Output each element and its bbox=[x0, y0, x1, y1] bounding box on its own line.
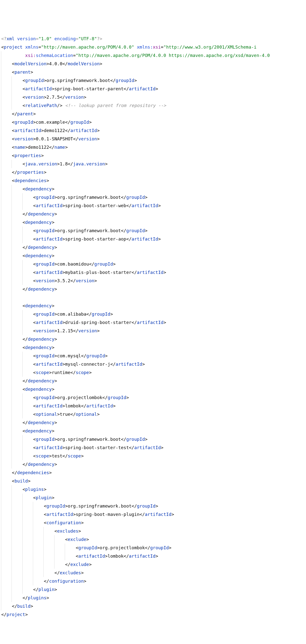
code-line: <build> bbox=[1, 477, 305, 485]
code-line: <version>1.2.15</version> bbox=[1, 327, 305, 335]
code-line: <properties> bbox=[1, 152, 305, 160]
code-line: <groupId>org.projectlombok</groupId> bbox=[1, 544, 305, 552]
code-line: <dependency> bbox=[1, 185, 305, 193]
code-line: <groupId>org.springframework.boot</group… bbox=[1, 502, 305, 510]
code-line: <dependency> bbox=[1, 218, 305, 226]
code-line: <configuration> bbox=[1, 518, 305, 527]
code-line: </dependency> bbox=[1, 335, 305, 343]
code-line: <project xmlns="http://maven.apache.org/… bbox=[1, 43, 305, 51]
code-line: </dependency> bbox=[1, 243, 305, 252]
code-line: <groupId>com.mysql</groupId> bbox=[1, 352, 305, 360]
code-line: </dependencies> bbox=[1, 468, 305, 477]
code-line bbox=[1, 293, 305, 302]
code-line: <dependency> bbox=[1, 427, 305, 435]
code-line: </dependency> bbox=[1, 377, 305, 385]
code-line: <groupId>org.projectlombok</groupId> bbox=[1, 394, 305, 402]
code-line: <artifactId>mybatis-plus-boot-starter</a… bbox=[1, 268, 305, 276]
code-line: <optional>true</optional> bbox=[1, 410, 305, 418]
code-line: <dependency> bbox=[1, 252, 305, 260]
code-line: <plugins> bbox=[1, 485, 305, 494]
code-line: </configuration> bbox=[1, 577, 305, 585]
code-line: </build> bbox=[1, 602, 305, 610]
code-line: <parent> bbox=[1, 68, 305, 76]
code-line: <groupId>org.springframework.boot</group… bbox=[1, 435, 305, 444]
code-line: <scope>test</scope> bbox=[1, 452, 305, 460]
code-line: </excludes> bbox=[1, 569, 305, 577]
code-line: </dependency> bbox=[1, 418, 305, 427]
code-line: <artifactId>mysql-connector-j</artifactI… bbox=[1, 360, 305, 368]
code-line: <artifactId>spring-boot-starter-test</ar… bbox=[1, 444, 305, 452]
code-line: <excludes> bbox=[1, 527, 305, 535]
code-line: <groupId>com.baomidou</groupId> bbox=[1, 260, 305, 268]
code-line: <artifactId>demo1122</artifactId> bbox=[1, 126, 305, 135]
code-line: <relativePath/> <!-- lookup parent from … bbox=[1, 101, 305, 110]
code-line: <artifactId>spring-boot-starter-web</art… bbox=[1, 202, 305, 210]
code-line: <artifactId>druid-spring-boot-starter</a… bbox=[1, 318, 305, 327]
code-line: </project> bbox=[1, 610, 305, 619]
code-line: <groupId>org.springframework.boot</group… bbox=[1, 193, 305, 202]
code-line: <groupId>com.alibaba</groupId> bbox=[1, 310, 305, 318]
code-line: </parent> bbox=[1, 110, 305, 118]
code-block: <?xml version="1.0" encoding="UTF-8"?><p… bbox=[1, 34, 305, 619]
code-line: <?xml version="1.0" encoding="UTF-8"?> bbox=[1, 34, 305, 43]
code-line: <groupId>com.example</groupId> bbox=[1, 118, 305, 126]
code-line: <name>demo1122</name> bbox=[1, 143, 305, 152]
code-line: <artifactId>spring-boot-starter-parent</… bbox=[1, 85, 305, 93]
code-line: </properties> bbox=[1, 168, 305, 176]
code-line: <version>3.5.2</version> bbox=[1, 276, 305, 285]
code-line: <artifactId>lombok</artifactId> bbox=[1, 402, 305, 410]
code-line: <java.version>1.8</java.version> bbox=[1, 160, 305, 168]
code-line: <dependency> bbox=[1, 343, 305, 352]
code-line: </dependency> bbox=[1, 285, 305, 293]
code-line: </plugins> bbox=[1, 594, 305, 602]
code-line: <exclude> bbox=[1, 535, 305, 544]
code-line: </dependency> bbox=[1, 210, 305, 218]
code-line: <dependency> bbox=[1, 385, 305, 394]
code-line: <version>2.7.5</version> bbox=[1, 93, 305, 101]
code-line: </plugin> bbox=[1, 585, 305, 594]
code-line: <dependencies> bbox=[1, 176, 305, 185]
code-line: <scope>runtime</scope> bbox=[1, 368, 305, 377]
code-line: </exclude> bbox=[1, 560, 305, 569]
code-line: <modelVersion>4.0.0</modelVersion> bbox=[1, 60, 305, 68]
code-line: </dependency> bbox=[1, 460, 305, 468]
code-line: <dependency> bbox=[1, 302, 305, 310]
code-line: <artifactId>spring-boot-starter-aop</art… bbox=[1, 235, 305, 243]
code-line: <groupId>org.springframework.boot</group… bbox=[1, 226, 305, 235]
code-line: xsi:schemaLocation="http://maven.apache.… bbox=[1, 51, 305, 60]
code-line: <version>0.0.1-SNAPSHOT</version> bbox=[1, 135, 305, 143]
code-line: <artifactId>spring-boot-maven-plugin</ar… bbox=[1, 510, 305, 518]
code-line: <artifactId>lombok</artifactId> bbox=[1, 552, 305, 560]
code-line: <plugin> bbox=[1, 494, 305, 502]
code-line: <groupId>org.springframework.boot</group… bbox=[1, 76, 305, 85]
